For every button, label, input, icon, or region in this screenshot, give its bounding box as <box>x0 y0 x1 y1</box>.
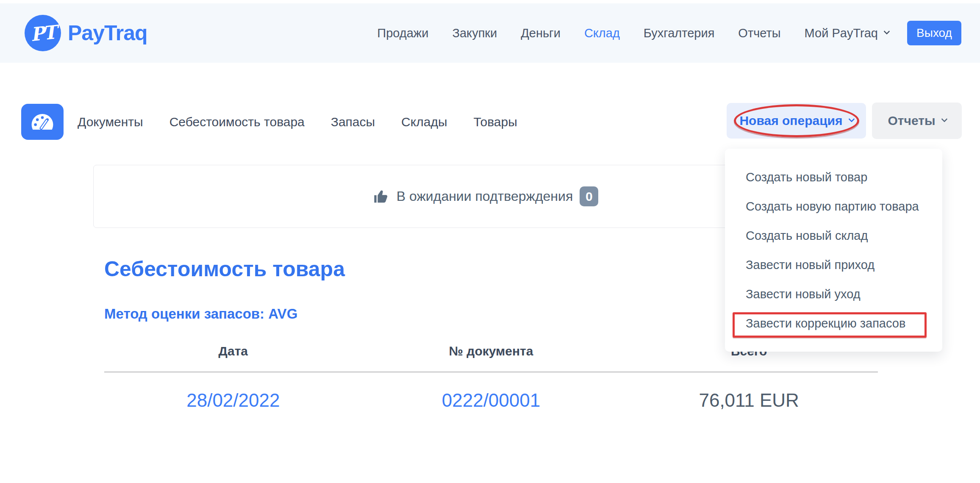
logo-circle: PT <box>25 15 61 51</box>
pending-confirmation-label: В ожидании подтверждения <box>397 189 573 204</box>
new-operation-dropdown: Создать новый товар Создать новую партию… <box>725 149 942 352</box>
new-operation-label: Новая операция <box>739 114 842 128</box>
tab-stock[interactable]: Запасы <box>331 115 375 129</box>
tab-cost-of-goods[interactable]: Себестоимость товара <box>169 115 305 129</box>
nav-item-warehouse[interactable]: Склад <box>584 26 620 40</box>
warehouse-tabs: Документы Себестоимость товара Запасы Ск… <box>78 104 517 140</box>
row-doc-number-link[interactable]: 0222/00001 <box>442 390 540 411</box>
pt-monogram-icon: PT <box>30 21 56 45</box>
reports-label: Отчеты <box>888 114 935 128</box>
dashboard-gauge-icon <box>30 112 55 132</box>
tab-warehouses[interactable]: Склады <box>401 115 447 129</box>
logout-button[interactable]: Выход <box>907 21 961 45</box>
row-total-value: 76,011 EUR <box>620 390 878 411</box>
menu-item-create-new-product[interactable]: Создать новый товар <box>725 163 942 192</box>
dashboard-tile-button[interactable] <box>21 104 64 140</box>
menu-item-stock-adjustment[interactable]: Завести коррекцию запасов <box>725 309 942 338</box>
nav-item-purchases[interactable]: Закупки <box>452 26 497 40</box>
paytraq-logo[interactable]: PT PayTraq <box>25 15 147 51</box>
menu-item-new-inbound[interactable]: Завести новый приход <box>725 250 942 280</box>
column-header-date: Дата <box>104 344 362 358</box>
top-navigation: Продажи Закупки Деньги Склад Бухгалтерия… <box>377 26 888 40</box>
new-operation-button[interactable]: Новая операция <box>727 103 866 139</box>
nav-item-sales[interactable]: Продажи <box>377 26 428 40</box>
top-header: PT PayTraq Продажи Закупки Деньги Склад … <box>0 3 980 63</box>
column-header-doc-number: № документа <box>362 344 620 358</box>
table-row: 28/02/2022 0222/00001 76,011 EUR <box>104 390 878 411</box>
table-divider <box>104 371 878 373</box>
page-title: Себестоимость товара <box>104 257 345 281</box>
nav-item-reports[interactable]: Отчеты <box>738 26 780 40</box>
menu-item-create-new-product-batch[interactable]: Создать новую партию товара <box>725 192 942 221</box>
my-paytraq-label: Мой PayTraq <box>805 26 878 40</box>
page-subtitle: Метод оценки запасов: AVG <box>104 306 297 322</box>
chevron-down-icon <box>941 116 948 122</box>
chevron-down-icon <box>883 28 890 35</box>
pending-count-badge: 0 <box>580 186 598 206</box>
reports-button[interactable]: Отчеты <box>872 103 962 139</box>
row-date-link[interactable]: 28/02/2022 <box>186 390 280 411</box>
menu-item-create-new-warehouse[interactable]: Создать новый склад <box>725 221 942 250</box>
cost-table: Дата № документа Всего 28/02/2022 0222/0… <box>104 344 878 411</box>
tab-documents[interactable]: Документы <box>78 115 143 129</box>
menu-item-new-outbound[interactable]: Завести новый уход <box>725 280 942 309</box>
nav-item-accounting[interactable]: Бухгалтерия <box>644 26 715 40</box>
nav-item-my-paytraq[interactable]: Мой PayTraq <box>805 26 888 40</box>
tab-goods[interactable]: Товары <box>474 115 517 129</box>
thumbs-up-icon <box>373 188 390 205</box>
chevron-down-icon <box>848 116 855 122</box>
nav-item-money[interactable]: Деньги <box>521 26 561 40</box>
brand-wordmark: PayTraq <box>68 21 147 45</box>
